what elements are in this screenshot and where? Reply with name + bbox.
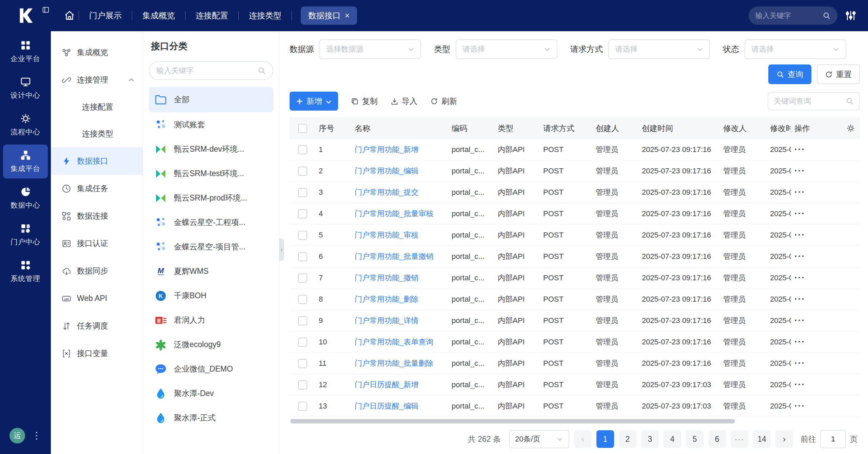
- row-checkbox[interactable]: [298, 338, 307, 347]
- category-item-jushuitan-prod[interactable]: 聚水潭-正式: [149, 406, 273, 430]
- status-select[interactable]: 请选择: [745, 39, 846, 59]
- row-checkbox[interactable]: [298, 316, 307, 325]
- category-search-input[interactable]: [156, 66, 254, 75]
- cell-name-link[interactable]: 门户常用功能_批量审核: [351, 209, 448, 219]
- page-button[interactable]: 14: [753, 430, 771, 448]
- row-actions-icon[interactable]: ···: [794, 295, 805, 304]
- row-checkbox[interactable]: [298, 252, 307, 261]
- cell-name-link[interactable]: 门户常用功能_批量删除: [351, 358, 448, 368]
- row-checkbox[interactable]: [298, 231, 307, 240]
- page-button[interactable]: 6: [708, 430, 726, 448]
- row-checkbox[interactable]: [298, 380, 307, 390]
- row-actions-icon[interactable]: ···: [794, 316, 805, 325]
- cell-name-link[interactable]: 门户常用功能_编辑: [351, 166, 448, 176]
- rail-item-data-center[interactable]: 数据中心: [3, 181, 48, 215]
- datasource-select[interactable]: 选择数据源: [319, 39, 421, 59]
- category-item-zhenyun-prod[interactable]: 甄云SRM-prod环境...: [149, 186, 273, 210]
- category-item-kingdee-project2[interactable]: 金蝶云星空-项目管...: [149, 235, 273, 259]
- row-checkbox[interactable]: [298, 167, 307, 176]
- query-button[interactable]: 查询: [768, 64, 811, 84]
- table-row[interactable]: 6 门户常用功能_批量撤销 portal_c... 内部API POST 管理员…: [290, 246, 860, 267]
- row-actions-icon[interactable]: ···: [794, 359, 805, 368]
- row-actions-icon[interactable]: ···: [794, 209, 805, 219]
- page-button[interactable]: 3: [641, 430, 659, 448]
- row-actions-icon[interactable]: ···: [794, 230, 805, 240]
- category-search[interactable]: [149, 61, 273, 80]
- rail-item-design-center[interactable]: 设计中心: [3, 71, 48, 105]
- horizontal-scrollbar[interactable]: [290, 418, 860, 424]
- cell-name-link[interactable]: 门户常用功能_详情: [351, 316, 448, 326]
- filter-sliders-icon[interactable]: [845, 10, 856, 21]
- sidebar-item-connection-management[interactable]: 连接管理: [51, 66, 143, 94]
- category-item-fanwei-ecology9[interactable]: 泛微ecology9: [149, 333, 273, 357]
- row-actions-icon[interactable]: ···: [794, 145, 805, 154]
- sidebar-item-integration-tasks[interactable]: 集成任务: [51, 175, 143, 202]
- tab-connection-type[interactable]: 连接类型: [239, 0, 292, 31]
- sidebar-item-interface-variable[interactable]: 接口变量: [51, 340, 143, 367]
- panel-toggle-icon[interactable]: [42, 6, 50, 14]
- sidebar-item-data-sync[interactable]: 数据同步: [51, 257, 143, 285]
- table-row[interactable]: 7 门户常用功能_撤销 portal_c... 内部API POST 管理员 2…: [290, 267, 860, 289]
- row-checkbox[interactable]: [298, 273, 307, 283]
- cell-name-link[interactable]: 门户常用功能_删除: [351, 294, 448, 304]
- row-checkbox[interactable]: [298, 402, 307, 411]
- table-row[interactable]: 8 门户常用功能_删除 portal_c... 内部API POST 管理员 2…: [290, 289, 860, 310]
- row-actions-icon[interactable]: ···: [794, 252, 805, 261]
- table-row[interactable]: 9 门户常用功能_详情 portal_c... 内部API POST 管理员 2…: [290, 310, 860, 332]
- row-actions-icon[interactable]: ···: [794, 273, 805, 283]
- type-select[interactable]: 请选择: [456, 39, 557, 59]
- category-item-zhenyun-dev[interactable]: 甄云SRM-dev环境...: [149, 137, 273, 161]
- method-select[interactable]: 请选择: [608, 39, 710, 59]
- row-actions-icon[interactable]: ···: [794, 166, 805, 176]
- topbar-search[interactable]: [749, 6, 837, 25]
- table-row[interactable]: 2 门户常用功能_编辑 portal_c... 内部API POST 管理员 2…: [290, 160, 860, 182]
- page-button[interactable]: 4: [664, 430, 681, 448]
- reset-button[interactable]: 重置: [817, 64, 860, 84]
- cell-name-link[interactable]: 门户常用功能_表单查询: [351, 337, 448, 347]
- close-icon[interactable]: ×: [345, 12, 350, 20]
- table-row[interactable]: 11 门户常用功能_批量删除 portal_c... 内部API POST 管理…: [290, 353, 860, 374]
- sidebar-item-connection-config[interactable]: 连接配置: [51, 94, 143, 120]
- tab-portal-display[interactable]: 门户展示: [79, 0, 132, 31]
- row-actions-icon[interactable]: ···: [794, 380, 805, 390]
- row-checkbox[interactable]: [298, 188, 307, 197]
- table-row[interactable]: 5 门户常用功能_审核 portal_c... 内部API POST 管理员 2…: [290, 225, 860, 246]
- select-all-checkbox[interactable]: [298, 124, 307, 133]
- category-item-xiahui-wms[interactable]: M 夏辉WMS: [149, 259, 273, 283]
- row-checkbox[interactable]: [298, 295, 307, 304]
- category-item-zhenyun-test[interactable]: 甄云SRM-test环境...: [149, 162, 273, 186]
- page-button[interactable]: ···: [731, 430, 748, 448]
- rail-item-system-management[interactable]: 系统管理: [3, 254, 48, 288]
- page-button[interactable]: 1: [596, 430, 614, 448]
- category-item-kingdee-project1[interactable]: 金蝶云星空-工程项...: [149, 210, 273, 234]
- table-row[interactable]: 13 门户日历提醒_编辑 portal_c... 内部API POST 管理员 …: [290, 396, 860, 417]
- row-actions-icon[interactable]: ···: [794, 337, 805, 347]
- table-row[interactable]: 3 门户常用功能_提交 portal_c... 内部API POST 管理员 2…: [290, 182, 860, 203]
- column-settings-gear-icon[interactable]: [846, 124, 855, 133]
- refresh-button[interactable]: 刷新: [430, 96, 457, 107]
- category-item-junrun-hr[interactable]: 君 君润人力: [149, 308, 273, 332]
- add-button[interactable]: 新增: [290, 92, 338, 111]
- sidebar-item-integration-overview[interactable]: 集成概览: [51, 39, 143, 66]
- scrollbar-thumb[interactable]: [290, 419, 735, 423]
- prev-page-button[interactable]: ‹: [574, 430, 592, 448]
- rail-item-integration-platform[interactable]: 集成平台: [3, 145, 48, 178]
- more-vertical-icon[interactable]: ⋮: [32, 431, 41, 440]
- app-logo[interactable]: [0, 0, 51, 31]
- cell-name-link[interactable]: 门户常用功能_批量撤销: [351, 251, 448, 262]
- cell-name-link[interactable]: 门户常用功能_撤销: [351, 273, 448, 283]
- cell-name-link[interactable]: 门户常用功能_提交: [351, 187, 448, 197]
- user-avatar[interactable]: 运: [9, 428, 25, 443]
- import-button[interactable]: 导入: [391, 96, 417, 107]
- cell-name-link[interactable]: 门户常用功能_审核: [351, 230, 448, 240]
- sidebar-item-interface-auth[interactable]: 接口认证: [51, 230, 143, 257]
- sidebar-item-web-api[interactable]: API Web API: [51, 285, 143, 312]
- table-row[interactable]: 1 门户常用功能_新增 portal_c... 内部API POST 管理员 2…: [290, 139, 860, 160]
- cell-name-link[interactable]: 门户日历提醒_新增: [351, 380, 448, 390]
- row-actions-icon[interactable]: ···: [794, 188, 805, 197]
- table-row[interactable]: 4 门户常用功能_批量审核 portal_c... 内部API POST 管理员…: [290, 203, 860, 225]
- row-checkbox[interactable]: [298, 145, 307, 154]
- category-item-jushuitan-dev[interactable]: 聚水潭-Dev: [149, 381, 273, 405]
- page-button[interactable]: 2: [619, 430, 636, 448]
- rail-item-portal-center[interactable]: 门户中心: [3, 218, 48, 252]
